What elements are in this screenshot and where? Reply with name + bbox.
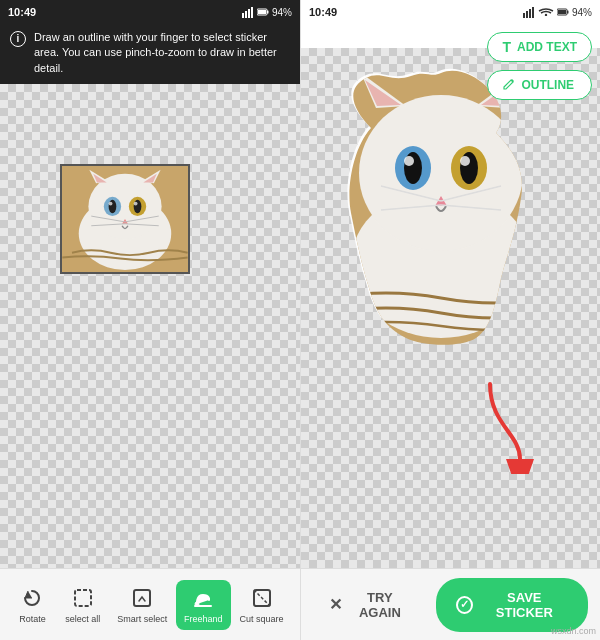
freehand-button[interactable]: Freehand [176, 580, 231, 630]
cat-svg [62, 166, 188, 272]
cat-image [60, 164, 190, 274]
right-status-bar: 10:49 94% [301, 0, 600, 24]
svg-rect-31 [523, 13, 525, 18]
battery-percent: 94% [272, 7, 292, 18]
info-text: Draw an outline with your finger to sele… [34, 30, 290, 76]
svg-point-51 [460, 156, 470, 166]
svg-rect-32 [526, 11, 528, 18]
cut-square-icon [250, 586, 274, 610]
svg-point-35 [545, 14, 547, 16]
svg-point-18 [134, 200, 142, 213]
svg-rect-33 [529, 9, 531, 18]
freehand-icon [191, 586, 215, 610]
cat-thumbnail [60, 164, 190, 274]
pencil-icon [502, 77, 515, 93]
svg-rect-3 [251, 7, 253, 18]
select-all-label: select all [65, 614, 100, 624]
svg-rect-25 [75, 590, 91, 606]
save-sticker-button[interactable]: ✓ SAVE STICKER [436, 578, 588, 632]
left-panel: 10:49 94% i Draw an outline with your fi… [0, 0, 300, 640]
x-icon: ✕ [329, 595, 342, 614]
svg-point-19 [134, 202, 138, 206]
svg-point-15 [109, 200, 117, 213]
freehand-label: Freehand [184, 614, 223, 624]
select-all-button[interactable]: select all [57, 580, 108, 630]
red-arrow [470, 374, 540, 478]
left-status-bar: 10:49 94% [0, 0, 300, 24]
smart-select-icon [130, 586, 154, 610]
add-text-button[interactable]: T ADD TEXT [487, 32, 592, 62]
cut-square-button[interactable]: Cut square [232, 580, 292, 630]
svg-point-48 [404, 156, 414, 166]
text-icon: T [502, 39, 511, 55]
rotate-label: Rotate [19, 614, 46, 624]
rotate-icon [20, 586, 44, 610]
right-panel: 10:49 94% T ADD TEXT OUTLINE [300, 0, 600, 640]
right-canvas[interactable] [301, 48, 600, 568]
left-canvas[interactable] [0, 84, 300, 568]
svg-point-28 [195, 602, 199, 606]
try-again-label: TRY AGAIN [348, 590, 412, 620]
right-battery-percent: 94% [572, 7, 592, 18]
svg-rect-0 [242, 13, 244, 18]
smart-select-label: Smart select [117, 614, 167, 624]
cut-square-label: Cut square [240, 614, 284, 624]
left-time: 10:49 [8, 6, 36, 18]
right-wifi-icon [538, 8, 554, 16]
svg-rect-37 [558, 10, 566, 14]
add-text-label: ADD TEXT [517, 40, 577, 54]
battery-icon [257, 8, 269, 16]
right-status-icons: 94% [523, 6, 592, 18]
outline-label: OUTLINE [521, 78, 574, 92]
rotate-button[interactable]: Rotate [8, 580, 56, 630]
svg-point-16 [109, 202, 113, 206]
left-status-icons: 94% [242, 6, 292, 18]
svg-rect-2 [248, 9, 250, 18]
right-time: 10:49 [309, 6, 337, 18]
right-battery-icon [557, 8, 569, 16]
cat-sticker-svg [331, 68, 551, 348]
svg-rect-38 [567, 11, 569, 14]
select-all-icon [71, 586, 95, 610]
svg-point-9 [88, 174, 161, 240]
svg-point-41 [359, 95, 523, 251]
svg-rect-34 [532, 7, 534, 18]
outline-button[interactable]: OUTLINE [487, 70, 592, 100]
svg-rect-5 [258, 10, 266, 14]
smart-select-button[interactable]: Smart select [109, 580, 175, 630]
try-again-button[interactable]: ✕ TRY AGAIN [313, 580, 428, 630]
right-action-buttons: T ADD TEXT OUTLINE [487, 32, 592, 100]
right-signal-icon [523, 6, 535, 18]
svg-rect-1 [245, 11, 247, 18]
info-icon: i [10, 31, 26, 47]
save-sticker-label: SAVE STICKER [481, 590, 568, 620]
check-icon: ✓ [456, 596, 473, 614]
info-bar: i Draw an outline with your finger to se… [0, 24, 300, 84]
svg-rect-6 [267, 11, 269, 14]
watermark: wsxdn.com [551, 626, 596, 636]
left-toolbar: Rotate select all Smart select [0, 568, 300, 640]
svg-line-30 [254, 590, 270, 606]
signal-icon [242, 6, 254, 18]
